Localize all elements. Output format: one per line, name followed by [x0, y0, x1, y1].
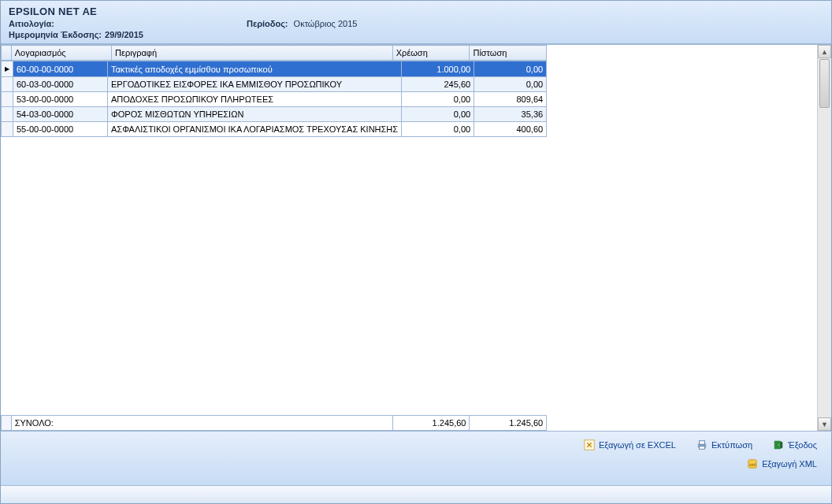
cell-account[interactable]: 54-03-00-0000: [13, 107, 108, 122]
period-label: Περίοδος:: [247, 19, 288, 28]
cell-debit[interactable]: 0,00: [402, 122, 474, 137]
period-value: Οκτώβριος 2015: [294, 19, 358, 28]
col-description[interactable]: Περιγραφή: [112, 46, 393, 61]
svg-rect-2: [699, 441, 704, 444]
col-indicator[interactable]: [2, 46, 12, 61]
grid-body[interactable]: 60-00-00-0000Τακτικές αποδοχές εμμίσθου …: [1, 61, 547, 137]
row-indicator[interactable]: [2, 122, 13, 137]
export-excel-label: Εξαγωγή σε EXCEL: [599, 440, 676, 450]
cell-account[interactable]: 60-03-00-0000: [13, 77, 108, 92]
footer-total-label: ΣΥΝΟΛΟ:: [11, 416, 392, 431]
col-account[interactable]: Λογαριασμός: [11, 46, 111, 61]
header: EPSILON NET AE Αιτιολογία: Περίοδος: Οκτ…: [1, 1, 831, 44]
footer-toolbar: Εξαγωγή σε EXCEL Εκτύπωση Έξοδος xml Ε: [1, 431, 831, 485]
grid-header: Λογαριασμός Περιγραφή Χρέωση Πίστωση: [1, 45, 547, 61]
scroll-down-button[interactable]: ▼: [818, 417, 831, 431]
row-indicator[interactable]: [2, 107, 13, 122]
reason-label: Αιτιολογία:: [9, 19, 54, 28]
svg-rect-3: [699, 447, 704, 450]
cell-credit[interactable]: 0,00: [474, 61, 547, 77]
cell-credit[interactable]: 809,64: [474, 92, 547, 107]
cell-description[interactable]: ΑΠΟΔΟΧΕΣ ΠΡΟΣΩΠΙΚΟΥ ΠΛΗΡΩΤΕΕΣ: [108, 92, 402, 107]
table-row[interactable]: 53-00-00-0000ΑΠΟΔΟΧΕΣ ΠΡΟΣΩΠΙΚΟΥ ΠΛΗΡΩΤΕ…: [2, 92, 547, 107]
app-window: EPSILON NET AE Αιτιολογία: Περίοδος: Οκτ…: [0, 0, 832, 504]
data-grid[interactable]: Λογαριασμός Περιγραφή Χρέωση Πίστωση 60-…: [1, 45, 547, 431]
col-debit[interactable]: Χρέωση: [392, 46, 470, 61]
cell-debit[interactable]: 1.000,00: [402, 61, 474, 77]
print-button[interactable]: Εκτύπωση: [693, 438, 756, 452]
cell-account[interactable]: 60-00-00-0000: [13, 61, 108, 77]
export-xml-label: Εξαγωγή XML: [762, 459, 817, 469]
export-excel-button[interactable]: Εξαγωγή σε EXCEL: [581, 438, 679, 452]
exit-icon: [773, 439, 784, 450]
table-row[interactable]: 60-00-00-0000Τακτικές αποδοχές εμμίσθου …: [2, 61, 547, 77]
company-title: EPSILON NET AE: [9, 6, 823, 17]
footer-debit-total: 1.245,60: [392, 416, 470, 431]
table-row[interactable]: 54-03-00-0000ΦΟΡΟΣ ΜΙΣΘΩΤΩΝ ΥΠΗΡΕΣΙΩΝ0,0…: [2, 107, 547, 122]
table-row[interactable]: 55-00-00-0000ΑΣΦΑΛΙΣΤΙΚΟΙ ΟΡΓΑΝΙΣΜΟΙ ΙΚΑ…: [2, 122, 547, 137]
cell-account[interactable]: 55-00-00-0000: [13, 122, 108, 137]
row-indicator[interactable]: [2, 92, 13, 107]
issue-date-value: 29/9/2015: [105, 30, 143, 39]
export-xml-button[interactable]: xml Εξαγωγή XML: [744, 457, 820, 471]
printer-icon: [696, 439, 708, 450]
row-indicator[interactable]: [2, 77, 13, 92]
grid-empty-space: [547, 45, 817, 431]
cell-description[interactable]: Τακτικές αποδοχές εμμίσθου προσωπικού: [108, 61, 402, 77]
row-indicator[interactable]: [2, 61, 13, 77]
exit-label: Έξοδος: [788, 440, 817, 450]
cell-account[interactable]: 53-00-00-0000: [13, 92, 108, 107]
table-row[interactable]: 60-03-00-0000ΕΡΓΟΔΟΤΙΚΕΣ ΕΙΣΦΟΡΕΣ ΙΚΑ ΕΜ…: [2, 77, 547, 92]
footer-credit-total: 1.245,60: [470, 416, 547, 431]
print-label: Εκτύπωση: [711, 440, 752, 450]
footer-indicator: [2, 416, 12, 431]
issue-date-label: Ημερομηνία Έκδοσης:: [9, 30, 102, 39]
grid-footer: ΣΥΝΟΛΟ: 1.245,60 1.245,60: [1, 415, 547, 431]
grid-area: Λογαριασμός Περιγραφή Χρέωση Πίστωση 60-…: [1, 44, 831, 431]
scroll-thumb[interactable]: [819, 59, 830, 108]
status-bar: [1, 485, 831, 503]
excel-icon: [584, 439, 595, 450]
cell-credit[interactable]: 35,36: [474, 107, 547, 122]
cell-debit[interactable]: 245,60: [402, 77, 474, 92]
svg-text:xml: xml: [749, 462, 756, 467]
cell-credit[interactable]: 400,60: [474, 122, 547, 137]
cell-debit[interactable]: 0,00: [402, 92, 474, 107]
col-credit[interactable]: Πίστωση: [470, 46, 547, 61]
cell-debit[interactable]: 0,00: [402, 107, 474, 122]
exit-button[interactable]: Έξοδος: [770, 438, 820, 452]
scroll-up-button[interactable]: ▲: [818, 45, 831, 58]
svg-point-5: [778, 444, 779, 445]
cell-credit[interactable]: 0,00: [474, 77, 547, 92]
xml-icon: xml: [747, 458, 758, 469]
cell-description[interactable]: ΑΣΦΑΛΙΣΤΙΚΟΙ ΟΡΓΑΝΙΣΜΟΙ ΙΚΑ ΛΟΓΑΡΙΑΣΜΟΣ …: [108, 122, 402, 137]
vertical-scrollbar[interactable]: ▲ ▼: [817, 45, 831, 431]
cell-description[interactable]: ΕΡΓΟΔΟΤΙΚΕΣ ΕΙΣΦΟΡΕΣ ΙΚΑ ΕΜΜΙΣΘΟΥ ΠΡΟΣΩΠ…: [108, 77, 402, 92]
cell-description[interactable]: ΦΟΡΟΣ ΜΙΣΘΩΤΩΝ ΥΠΗΡΕΣΙΩΝ: [108, 107, 402, 122]
